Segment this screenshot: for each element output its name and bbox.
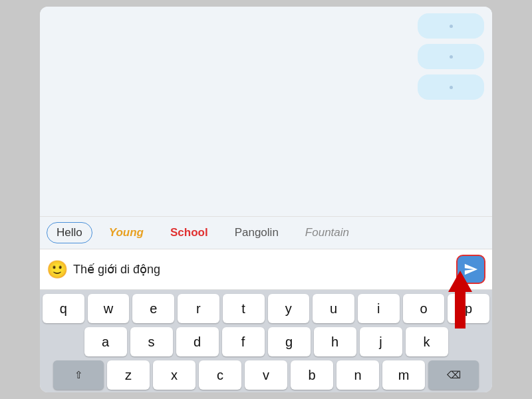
key-i[interactable]: i xyxy=(358,294,400,323)
key-n[interactable]: n xyxy=(336,360,379,390)
key-w[interactable]: w xyxy=(88,294,130,323)
phone-frame: Hello Young School Pangolin Fountain 🙂 q… xyxy=(40,7,492,392)
key-f[interactable]: f xyxy=(222,327,265,356)
key-z[interactable]: z xyxy=(107,360,150,390)
dot-3 xyxy=(450,86,453,89)
font-btn-fountain[interactable]: Fountain xyxy=(295,222,359,243)
key-g[interactable]: g xyxy=(268,327,311,356)
key-a[interactable]: a xyxy=(84,327,127,356)
font-btn-hello[interactable]: Hello xyxy=(47,222,92,243)
key-h[interactable]: h xyxy=(314,327,356,356)
delete-key[interactable]: ⌫ xyxy=(428,360,479,390)
emoji-button[interactable]: 🙂 xyxy=(47,259,68,280)
send-button[interactable] xyxy=(456,255,485,284)
send-icon xyxy=(464,262,478,277)
key-p[interactable]: p xyxy=(448,294,489,323)
chat-bubble-2 xyxy=(418,44,484,69)
key-s[interactable]: s xyxy=(130,327,173,356)
key-row-3: ⇧ z x c v b n m ⌫ xyxy=(43,360,489,390)
font-btn-pangolin[interactable]: Pangolin xyxy=(225,222,289,243)
key-b[interactable]: b xyxy=(291,360,333,390)
key-k[interactable]: k xyxy=(406,327,448,356)
chat-bubble-3 xyxy=(418,74,484,100)
dot-1 xyxy=(450,25,453,28)
dot-2 xyxy=(450,55,453,59)
key-m[interactable]: m xyxy=(382,360,425,390)
key-t[interactable]: t xyxy=(223,294,265,323)
key-row-2: a s d f g h j k xyxy=(43,327,489,356)
font-bar: Hello Young School Pangolin Fountain xyxy=(40,216,492,249)
key-v[interactable]: v xyxy=(245,360,287,390)
key-o[interactable]: o xyxy=(403,294,445,323)
key-d[interactable]: d xyxy=(176,327,219,356)
font-btn-young[interactable]: Young xyxy=(99,222,154,243)
key-y[interactable]: y xyxy=(268,294,310,323)
key-j[interactable]: j xyxy=(360,327,402,356)
keyboard: q w e r t y u i o p a s d f g h j k ⇧ z … xyxy=(40,290,492,392)
shift-key[interactable]: ⇧ xyxy=(53,360,104,390)
font-btn-school[interactable]: School xyxy=(160,222,218,243)
key-c[interactable]: c xyxy=(199,360,241,390)
key-q[interactable]: q xyxy=(43,294,84,323)
key-r[interactable]: r xyxy=(178,294,219,323)
key-x[interactable]: x xyxy=(153,360,196,390)
key-e[interactable]: e xyxy=(132,294,174,323)
chat-area xyxy=(40,7,492,216)
key-u[interactable]: u xyxy=(313,294,354,323)
chat-bubble-1 xyxy=(418,13,484,39)
input-row: 🙂 xyxy=(40,249,492,290)
message-input[interactable] xyxy=(73,263,451,277)
key-row-1: q w e r t y u i o p xyxy=(43,294,489,323)
